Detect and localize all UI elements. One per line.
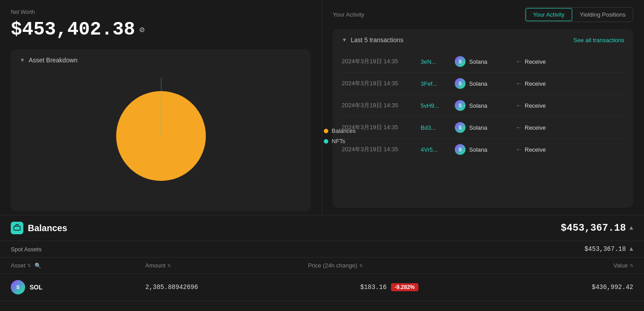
receive-arrow-3: ← — [516, 124, 522, 131]
transaction-row: 2024年3月19日 14:35 Bd3... S Solana ← Recei… — [342, 117, 624, 139]
th-price-label: Price (24h change) — [308, 262, 357, 269]
th-price: Price (24h change) ⇅ — [308, 262, 471, 269]
activity-label: Your Activity — [333, 11, 364, 18]
balances-collapse-icon[interactable]: ▲ — [630, 224, 633, 232]
net-worth-value: $453,402.38 ⊘ — [11, 19, 311, 40]
tx-date-0: 2024年3月19日 14:35 — [342, 57, 413, 66]
sol-amount: 2,385.88942696 — [145, 284, 308, 291]
right-header: Your Activity Your Activity Yielding Pos… — [333, 7, 633, 22]
tx-chain-4: S Solana — [455, 144, 509, 155]
legend-nfts-label: NFTs — [332, 138, 345, 145]
balances-total: $453,367.18 ▲ — [561, 223, 633, 234]
tx-chain-name-1: Solana — [469, 80, 487, 87]
th-value-label: Value — [614, 262, 628, 269]
solana-icon-1: S — [455, 78, 466, 89]
spot-assets-collapse-icon[interactable]: ▲ — [630, 245, 633, 253]
sort-amount-icon[interactable]: ⇅ — [167, 263, 171, 268]
tx-date-1: 2024年3月19日 14:35 — [342, 79, 413, 88]
tx-hash-3[interactable]: Bd3... — [421, 124, 448, 131]
tx-date-2: 2024年3月19日 14:35 — [342, 101, 413, 110]
tx-type-label-3: Receive — [525, 124, 546, 131]
tx-hash-2[interactable]: 5vH9... — [421, 102, 448, 109]
tab-yielding-positions[interactable]: Yielding Positions — [573, 8, 633, 22]
sort-price-icon[interactable]: ⇅ — [359, 263, 363, 268]
donut-chart — [103, 78, 219, 194]
receive-arrow-2: ← — [516, 102, 522, 109]
left-panel: Net Worth $453,402.38 ⊘ ▼ Asset Breakdow… — [0, 0, 322, 215]
table-header: Asset ⇅ 🔍 Amount ⇅ Price (24h change) ⇅ … — [0, 258, 644, 274]
tx-chain-name-3: Solana — [469, 124, 487, 131]
search-asset-icon[interactable]: 🔍 — [35, 263, 41, 269]
transactions-collapse-icon[interactable]: ▼ — [342, 37, 347, 43]
sol-change-badge: -9.282% — [391, 283, 418, 291]
sol-value: $436,992.42 — [470, 284, 633, 291]
sort-value-icon[interactable]: ⇅ — [630, 263, 633, 268]
balances-total-value: $453,367.18 — [561, 223, 626, 234]
th-asset-label: Asset — [11, 262, 26, 269]
transactions-title-text: Last 5 transactions — [351, 36, 404, 44]
transactions-title: ▼ Last 5 transactions — [342, 36, 403, 44]
solana-icon-4: S — [455, 144, 466, 155]
tx-chain-name-0: Solana — [469, 58, 487, 65]
svg-rect-2 — [14, 226, 20, 230]
th-value: Value ⇅ — [470, 262, 633, 269]
balances-header: Balances $453,367.18 ▲ — [0, 215, 644, 241]
legend-balances: Balances — [324, 127, 356, 134]
legend-nfts-dot — [324, 139, 328, 144]
tx-type-label-2: Receive — [525, 102, 546, 109]
collapse-icon[interactable]: ▼ — [20, 57, 25, 63]
tx-type-label-1: Receive — [525, 80, 546, 87]
bottom-section: Balances $453,367.18 ▲ Spot Assets $453,… — [0, 215, 644, 301]
tab-group: Your Activity Yielding Positions — [525, 7, 633, 22]
solana-icon-0: S — [455, 56, 466, 67]
tx-type-label-4: Receive — [525, 146, 546, 153]
asset-breakdown-card: ▼ Asset Breakdown Balances — [11, 49, 311, 211]
chart-area: Balances NFTs — [20, 71, 302, 201]
transactions-header: ▼ Last 5 transactions See all transactio… — [342, 36, 624, 44]
sol-price: $183.16 — [360, 284, 387, 291]
tx-chain-name-4: Solana — [469, 146, 487, 153]
tx-hash-0[interactable]: 3eN... — [421, 58, 448, 65]
net-worth-label: Net Worth — [11, 9, 311, 15]
sol-token-icon: S — [11, 280, 25, 294]
th-amount: Amount ⇅ — [145, 262, 308, 269]
tx-type-2: ← Receive — [516, 102, 546, 109]
tx-type-label-0: Receive — [525, 58, 546, 65]
transaction-row: 2024年3月19日 14:35 3eN... S Solana ← Recei… — [342, 51, 624, 73]
hide-balance-icon[interactable]: ⊘ — [139, 25, 144, 35]
transaction-row: 2024年3月19日 14:35 4Vr5... S Solana ← Rece… — [342, 139, 624, 160]
tx-hash-1[interactable]: 3Fef... — [421, 80, 448, 87]
receive-arrow-0: ← — [516, 58, 522, 65]
th-amount-label: Amount — [145, 262, 165, 269]
legend-balances-dot — [324, 129, 328, 133]
tx-hash-4[interactable]: 4Vr5... — [421, 146, 448, 153]
solana-icon-2: S — [455, 100, 466, 111]
spot-assets-label: Spot Assets — [11, 246, 42, 253]
sol-price-cell: $183.16 -9.282% — [308, 283, 471, 291]
sort-asset-icon[interactable]: ⇅ — [27, 263, 31, 268]
card-header: ▼ Asset Breakdown — [20, 57, 302, 64]
sol-asset-name: SOL — [30, 284, 43, 291]
asset-row-sol: S SOL 2,385.88942696 $183.16 -9.282% $43… — [0, 274, 644, 301]
transactions-card: ▼ Last 5 transactions See all transactio… — [333, 29, 633, 208]
transaction-row: 2024年3月19日 14:35 5vH9... S Solana ← Rece… — [342, 95, 624, 117]
th-asset: Asset ⇅ 🔍 — [11, 262, 145, 269]
asset-breakdown-title: Asset Breakdown — [29, 57, 78, 64]
right-panel: Your Activity Your Activity Yielding Pos… — [322, 0, 644, 215]
tx-chain-0: S Solana — [455, 56, 509, 67]
legend-balances-label: Balances — [332, 127, 356, 134]
tx-chain-name-2: Solana — [469, 102, 487, 109]
chart-legend: Balances NFTs — [324, 127, 356, 145]
transaction-row: 2024年3月19日 14:35 3Fef... S Solana ← Rece… — [342, 73, 624, 95]
legend-nfts: NFTs — [324, 138, 356, 145]
tx-chain-1: S Solana — [455, 78, 509, 89]
spot-assets-value-text: $453,367.18 — [584, 245, 626, 253]
tx-date-4: 2024年3月19日 14:35 — [342, 145, 413, 153]
receive-arrow-4: ← — [516, 146, 522, 153]
tab-your-activity[interactable]: Your Activity — [526, 8, 572, 21]
tx-type-4: ← Receive — [516, 146, 546, 153]
see-all-transactions-link[interactable]: See all transactions — [574, 37, 624, 44]
tx-type-0: ← Receive — [516, 58, 546, 65]
net-worth-amount: $453,402.38 — [11, 19, 135, 40]
top-section: Net Worth $453,402.38 ⊘ ▼ Asset Breakdow… — [0, 0, 644, 215]
